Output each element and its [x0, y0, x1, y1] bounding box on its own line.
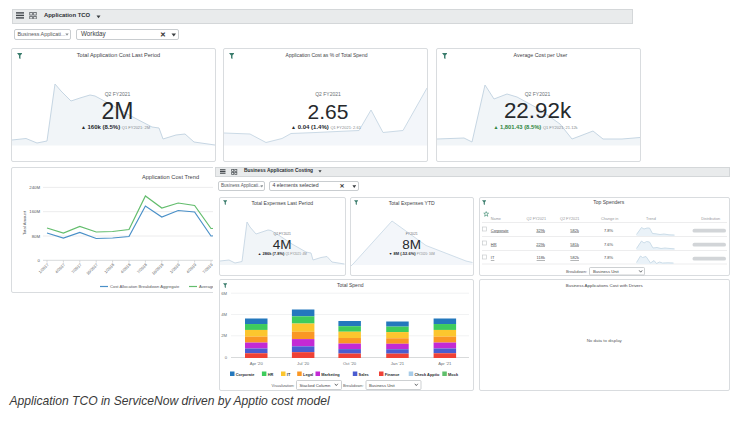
svg-text:7.6%: 7.6%: [604, 241, 614, 246]
svg-text:329k: 329k: [536, 227, 545, 232]
svg-text:0: 0: [225, 355, 228, 360]
svg-text:Breakdown:: Breakdown:: [343, 383, 364, 388]
svg-text:Apr '21: Apr '21: [438, 361, 452, 366]
svg-text:118k: 118k: [536, 255, 544, 260]
svg-text:80M: 80M: [32, 234, 41, 239]
svg-text:Mock: Mock: [448, 372, 459, 377]
svg-text:HR: HR: [268, 372, 274, 377]
svg-text:Stacked Column: Stacked Column: [300, 383, 331, 388]
svg-text:Finance: Finance: [385, 372, 401, 377]
svg-text:Corporate: Corporate: [490, 227, 509, 232]
svg-text:1/2017: 1/2017: [38, 262, 51, 275]
svg-text:Change in: Change in: [601, 216, 618, 220]
svg-text:Business Unit: Business Unit: [593, 269, 619, 274]
svg-text:1/2018: 1/2018: [103, 262, 116, 275]
svg-text:0: 0: [38, 258, 41, 263]
svg-text:7/2017: 7/2017: [70, 262, 83, 275]
svg-text:4/2017: 4/2017: [54, 262, 67, 275]
svg-text:4M: 4M: [221, 312, 227, 317]
svg-text:Name: Name: [490, 216, 500, 220]
svg-text:582k: 582k: [570, 255, 579, 260]
svg-text:2M: 2M: [221, 333, 227, 338]
svg-text:IT: IT: [287, 372, 291, 377]
svg-text:4/2019: 4/2019: [185, 262, 198, 275]
svg-text:7.8%: 7.8%: [604, 227, 614, 232]
svg-text:Breakdown:: Breakdown:: [565, 269, 586, 274]
svg-text:1/2019: 1/2019: [169, 262, 182, 275]
svg-text:Trend: Trend: [646, 216, 656, 220]
svg-text:7/2018: 7/2018: [136, 262, 149, 275]
svg-text:Corporate: Corporate: [236, 372, 255, 377]
svg-text:Q2 FY2021: Q2 FY2021: [526, 216, 545, 220]
svg-text:Check Apptio: Check Apptio: [415, 372, 441, 377]
svg-text:10/2017: 10/2017: [85, 262, 99, 276]
svg-text:4/2018: 4/2018: [120, 262, 133, 275]
svg-text:Jan '21: Jan '21: [391, 361, 405, 366]
svg-text:IT: IT: [490, 255, 494, 260]
svg-text:Legal: Legal: [303, 372, 313, 377]
svg-text:Marketing: Marketing: [321, 372, 340, 377]
svg-text:582k: 582k: [570, 227, 579, 232]
svg-text:Visualization:: Visualization:: [272, 383, 295, 388]
svg-text:10/2018: 10/2018: [151, 262, 165, 276]
svg-text:229k: 229k: [536, 241, 545, 246]
svg-text:160M: 160M: [29, 209, 40, 214]
svg-text:Distribution: Distribution: [701, 216, 720, 220]
svg-text:HR: HR: [490, 241, 496, 246]
svg-text:Sales: Sales: [359, 372, 369, 377]
svg-text:240M: 240M: [29, 185, 40, 190]
svg-text:Jul '20: Jul '20: [297, 361, 310, 366]
svg-text:Total Amount: Total Amount: [22, 210, 27, 235]
svg-text:Oct '20: Oct '20: [343, 361, 357, 366]
svg-text:Business Unit: Business Unit: [369, 383, 395, 388]
svg-text:7.8%: 7.8%: [604, 255, 614, 260]
svg-text:Apr '20: Apr '20: [250, 361, 264, 366]
svg-text:Cost Allocation Breakdown Aggr: Cost Allocation Breakdown Aggregate: [110, 284, 180, 289]
svg-text:Q2 FY2021: Q2 FY2021: [559, 216, 578, 220]
svg-text:581k: 581k: [570, 241, 579, 246]
svg-text:6M: 6M: [221, 291, 227, 296]
